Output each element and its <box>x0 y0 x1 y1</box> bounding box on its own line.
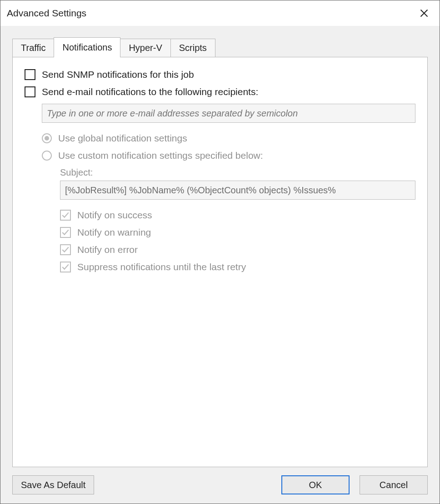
tab-notifications[interactable]: Notifications <box>54 37 120 57</box>
save-as-default-button[interactable]: Save As Default <box>12 475 94 494</box>
suppress-row: Suppress notifications until the last re… <box>60 262 415 272</box>
notify-success-checkbox[interactable] <box>60 210 71 221</box>
notify-warning-checkbox[interactable] <box>60 227 71 238</box>
subject-label: Subject: <box>60 167 93 177</box>
cancel-button[interactable]: Cancel <box>360 475 428 494</box>
email-checkbox[interactable] <box>25 86 35 97</box>
titlebar: Advanced Settings <box>0 0 440 26</box>
close-icon <box>420 9 429 18</box>
ok-button[interactable]: OK <box>281 475 350 494</box>
notify-error-checkbox[interactable] <box>60 244 71 255</box>
button-row: Save As Default OK Cancel <box>12 467 428 494</box>
tab-traffic[interactable]: Traffic <box>12 39 54 57</box>
tab-panel-notifications: Send SNMP notifications for this job Sen… <box>12 57 428 467</box>
snmp-label: Send SNMP notifications for this job <box>42 69 194 80</box>
snmp-checkbox[interactable] <box>25 69 35 80</box>
subject-label-wrap: Subject: <box>60 167 415 178</box>
dialog-title: Advanced Settings <box>7 8 86 19</box>
suppress-label: Suppress notifications until the last re… <box>77 262 246 272</box>
notify-error-label: Notify on error <box>77 244 138 255</box>
notify-warning-label: Notify on warning <box>77 227 151 238</box>
close-button[interactable] <box>415 4 433 22</box>
radio-custom-label: Use custom notification settings specifi… <box>58 150 263 161</box>
tabstrip: Traffic Notifications Hyper-V Scripts <box>12 38 428 57</box>
email-recipients-input[interactable] <box>42 104 415 123</box>
subject-input-wrap <box>60 181 415 200</box>
advanced-settings-dialog: Advanced Settings Traffic Notifications … <box>0 0 440 504</box>
tab-scripts[interactable]: Scripts <box>170 39 215 57</box>
tab-hyper-v[interactable]: Hyper-V <box>120 39 170 57</box>
radio-global-row: Use global notification settings <box>42 133 415 144</box>
email-row: Send e-mail notifications to the followi… <box>25 86 415 97</box>
radio-custom[interactable] <box>42 151 52 161</box>
notify-success-label: Notify on success <box>77 210 152 221</box>
radio-custom-row: Use custom notification settings specifi… <box>42 150 415 161</box>
radio-global-label: Use global notification settings <box>58 133 187 144</box>
radio-global[interactable] <box>42 133 52 143</box>
notify-error-row: Notify on error <box>60 244 415 255</box>
subject-input[interactable] <box>60 181 415 200</box>
dialog-body: Traffic Notifications Hyper-V Scripts Se… <box>0 26 440 504</box>
email-label: Send e-mail notifications to the followi… <box>42 86 258 97</box>
snmp-row: Send SNMP notifications for this job <box>25 69 415 80</box>
notify-warning-row: Notify on warning <box>60 227 415 238</box>
email-input-wrap <box>42 104 415 123</box>
notify-success-row: Notify on success <box>60 210 415 221</box>
suppress-checkbox[interactable] <box>60 262 71 272</box>
